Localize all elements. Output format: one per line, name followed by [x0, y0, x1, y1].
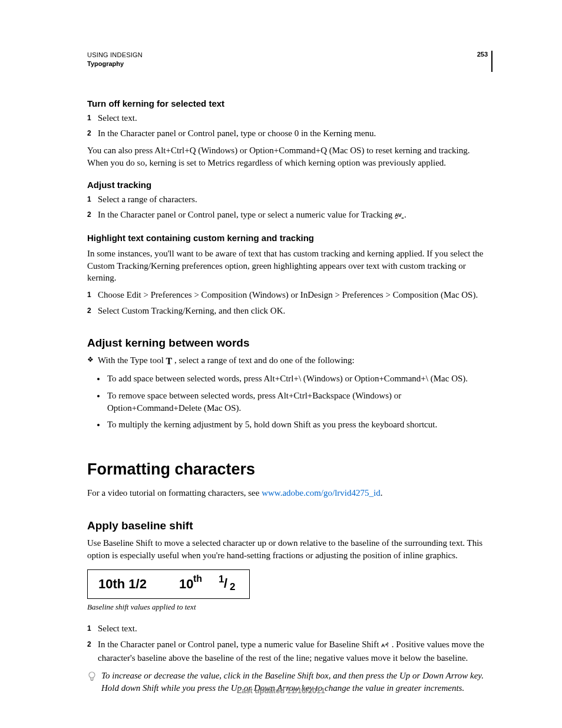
step: Select text. [87, 112, 492, 124]
bullet-item: To multiply the kerning adjustment by 5,… [106, 419, 492, 431]
step: Select text. [87, 622, 492, 635]
lead-text-end: , select a range of text and do one of t… [172, 355, 355, 365]
doc-title: USING INDESIGN [87, 51, 492, 60]
heading-apply-baseline-shift: Apply baseline shift [87, 519, 492, 532]
paragraph: For a video tutorial on formatting chara… [87, 487, 492, 499]
figure-text-number: 10 [179, 577, 193, 592]
intro-text-end: . [381, 488, 383, 498]
svg-text:AV: AV [395, 212, 402, 218]
heading-adjust-kerning-words: Adjust kerning between words [87, 337, 492, 350]
running-header: USING INDESIGN Typography [87, 51, 492, 69]
figure-text-left: 10th 1/2 [98, 577, 147, 592]
heading-highlight-custom: Highlight text containing custom kerning… [87, 233, 492, 243]
step: Choose Edit > Preferences > Composition … [87, 289, 492, 301]
heading-formatting-characters: Formatting characters [87, 460, 492, 479]
lead-text: With the Type tool [98, 355, 166, 365]
figure-frac-slash: / [224, 576, 227, 591]
video-link[interactable]: www.adobe.com/go/lrvid4275_id [262, 488, 381, 498]
intro-text: For a video tutorial on formatting chara… [87, 488, 262, 498]
figure-frac-denominator: 2 [230, 581, 235, 593]
paragraph: You can also press Alt+Ctrl+Q (Windows) … [87, 144, 492, 169]
step-text-end: . [404, 210, 406, 219]
page: 253 USING INDESIGN Typography Turn off k… [0, 0, 562, 728]
bullet-list: To add space between selected words, pre… [87, 373, 492, 431]
chapter-title: Typography [87, 60, 492, 68]
paragraph: In some instances, you'll want to be awa… [87, 248, 492, 284]
heading-adjust-tracking: Adjust tracking [87, 180, 492, 190]
step: In the Character panel or Control panel,… [87, 638, 492, 664]
tracking-icon: AV [395, 210, 404, 222]
bullet-item: To add space between selected words, pre… [106, 373, 492, 385]
footer-updated: Last updated 11/16/2011 [0, 686, 562, 695]
paragraph: Use Baseline Shift to move a selected ch… [87, 537, 492, 561]
figure-text-sup: th [193, 574, 202, 584]
bullet-item: To remove space between selected words, … [106, 390, 492, 414]
header-rule [491, 51, 492, 72]
type-tool-icon: T [166, 355, 173, 368]
step: In the Character panel or Control panel,… [87, 209, 492, 222]
heading-turn-off-kerning: Turn off kerning for selected text [87, 98, 492, 108]
diamond-item: With the Type tool T , select a range of… [87, 354, 492, 368]
figure-baseline-shift: 10th 1/2 10 th 1 / 2 [87, 569, 250, 599]
step-text: In the Character panel or Control panel,… [98, 210, 395, 219]
figure-caption: Baseline shift values applied to text [87, 602, 492, 612]
step: Select Custom Tracking/Kerning, and then… [87, 305, 492, 317]
step-text: In the Character panel or Control panel,… [98, 640, 381, 649]
steps-turn-off-kerning: Select text. In the Character panel or C… [87, 112, 492, 140]
steps-baseline-shift: Select text. In the Character panel or C… [87, 622, 492, 664]
steps-highlight-custom: Choose Edit > Preferences > Composition … [87, 289, 492, 317]
baseline-shift-icon: Aa [381, 640, 389, 652]
page-number: 253 [477, 51, 488, 58]
steps-adjust-tracking: Select a range of characters. In the Cha… [87, 193, 492, 222]
svg-text:A: A [381, 643, 385, 648]
step: In the Character panel or Control panel,… [87, 127, 492, 140]
step: Select a range of characters. [87, 193, 492, 206]
svg-point-3 [89, 672, 95, 678]
